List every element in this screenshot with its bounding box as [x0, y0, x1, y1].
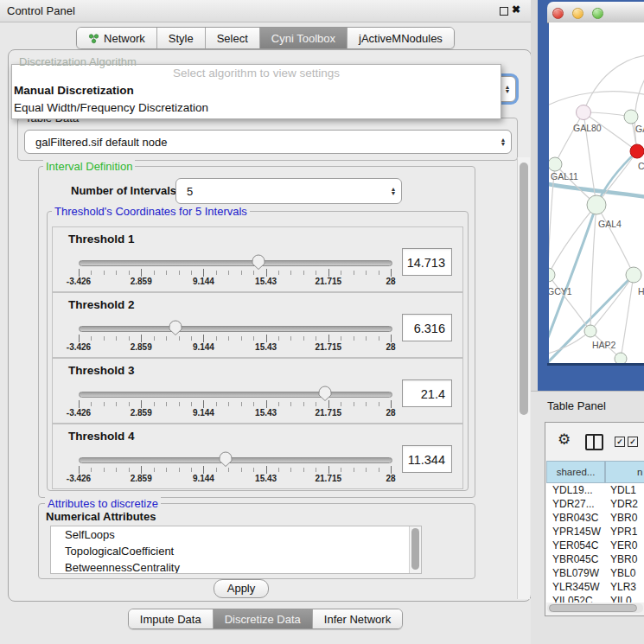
node-label: GAL11: [551, 171, 578, 182]
threshold-value-input[interactable]: 21.4: [402, 379, 452, 407]
column-header-name[interactable]: n: [605, 461, 644, 483]
tab-select[interactable]: Select: [205, 28, 259, 48]
checkbox-icon[interactable]: ✓: [615, 437, 625, 447]
slider-track[interactable]: [79, 326, 392, 332]
table-data-combobox[interactable]: galFiltered.sif default node ▲▼: [24, 130, 512, 154]
top-tab-bar: Network Style Select Cyni Toolbox jActiv…: [0, 27, 531, 49]
table-row[interactable]: YDL19...YDL1: [546, 483, 644, 497]
tick-label: 15.43: [255, 474, 277, 483]
tab-cyni-toolbox[interactable]: Cyni Toolbox: [259, 28, 347, 48]
threshold-label: Threshold 1: [68, 233, 135, 245]
network-graph[interactable]: GAL80GACGAL11GAL4GCY1HHAP2: [549, 22, 644, 363]
slider-track[interactable]: [79, 457, 392, 463]
apply-button[interactable]: Apply: [214, 579, 269, 598]
horizontal-scrollbar-thumb[interactable]: [549, 604, 637, 612]
table-row[interactable]: YER054CYER0: [546, 539, 644, 552]
network-edge[interactable]: [555, 112, 583, 164]
tab-label: Cyni Toolbox: [271, 32, 335, 45]
horizontal-scrollbar[interactable]: [547, 603, 643, 613]
table-row[interactable]: YBL079WYBL0: [546, 566, 644, 580]
threshold-value-input[interactable]: 11.344: [402, 445, 452, 473]
tab-impute-data[interactable]: Impute Data: [129, 609, 213, 628]
combo-arrows-icon[interactable]: ▲▼: [500, 85, 515, 93]
list-scrollbar[interactable]: [409, 526, 421, 573]
list-scrollbar-thumb[interactable]: [411, 528, 419, 570]
checkbox-icon[interactable]: ✓: [628, 437, 638, 447]
tab-discretize-data[interactable]: Discretize Data: [213, 609, 312, 628]
tick-label: 2.859: [131, 408, 152, 418]
split-columns-icon[interactable]: [585, 434, 603, 450]
number-of-intervals-label: Number of Intervals: [71, 184, 176, 197]
dropdown-option-manual[interactable]: Manual Discretization: [12, 82, 501, 99]
network-icon: [88, 33, 99, 44]
network-node[interactable]: [626, 267, 641, 283]
network-node[interactable]: [624, 110, 638, 124]
network-edge[interactable]: [590, 275, 634, 331]
network-node[interactable]: [615, 353, 627, 363]
window-bottom-shadow: [547, 363, 644, 366]
traffic-light-zoom[interactable]: [592, 8, 603, 19]
network-edge[interactable]: [596, 151, 637, 205]
table-row[interactable]: YDR27...YDR2: [546, 497, 644, 511]
tick-label: -3.426: [67, 277, 91, 286]
network-node[interactable]: [549, 157, 562, 171]
network-node[interactable]: [577, 105, 591, 120]
dropdown-option-equal-width[interactable]: Equal Width/Frequency Discretization: [12, 99, 501, 117]
tab-jactivemnodules[interactable]: jActiveMNodules: [347, 28, 454, 48]
traffic-light-minimize[interactable]: [572, 8, 583, 19]
tick-label: 21.715: [316, 474, 342, 483]
tick-label: 21.715: [316, 342, 342, 352]
panel-title: Control Panel: [7, 4, 75, 17]
network-window[interactable]: GAL80GACGAL11GAL4GCY1HHAP2: [538, 0, 644, 391]
tab-label: jActiveMNodules: [359, 32, 443, 45]
attributes-group-title: Attributes to discretize: [45, 497, 161, 510]
attributes-list[interactable]: SelfLoops TopologicalCoefficient Between…: [50, 526, 422, 574]
network-edge[interactable]: [549, 205, 596, 344]
main-scrollbar[interactable]: [517, 157, 530, 599]
table-row[interactable]: YLR345WYLR3: [546, 580, 644, 594]
network-node[interactable]: [584, 325, 596, 337]
thresholds-group-title: Threshold's Coordinates for 5 Intervals: [52, 205, 250, 218]
network-node[interactable]: [630, 144, 644, 158]
main-scrollbar-thumb[interactable]: [520, 163, 528, 415]
table-row[interactable]: YIL052CYIL0: [546, 594, 644, 603]
table-row[interactable]: YBR043CYBR0: [546, 511, 644, 525]
slider-track[interactable]: [79, 392, 392, 398]
float-window-icon[interactable]: [500, 7, 508, 16]
tick-label: 9.144: [193, 277, 214, 286]
network-canvas[interactable]: GAL80GACGAL11GAL4GCY1HHAP2: [549, 22, 644, 363]
tab-label: Network: [104, 32, 145, 45]
close-icon[interactable]: ✖: [512, 3, 520, 16]
number-of-intervals-spinner[interactable]: 5 ▲▼: [175, 178, 402, 204]
attribute-item[interactable]: SelfLoops: [51, 526, 421, 543]
slider-ticks: [79, 335, 392, 342]
spinner-arrows-icon[interactable]: ▲▼: [386, 187, 401, 195]
network-node[interactable]: [587, 195, 606, 214]
column-header-shared[interactable]: shared...: [546, 461, 605, 483]
tab-infer-network[interactable]: Infer Network: [312, 609, 402, 628]
network-edge[interactable]: [549, 331, 590, 354]
tab-style[interactable]: Style: [156, 28, 205, 48]
traffic-light-close[interactable]: [552, 8, 564, 19]
attribute-item[interactable]: BetweennessCentrality: [51, 559, 421, 574]
network-edge[interactable]: [596, 205, 634, 275]
network-window-titlebar[interactable]: [547, 2, 644, 23]
network-edge[interactable]: [549, 92, 644, 107]
combo-arrows-icon[interactable]: ▲▼: [495, 137, 511, 146]
tick-label: -3.426: [67, 342, 91, 352]
table-row[interactable]: YPR145WYPR1: [546, 525, 644, 539]
slider-ticks: [79, 466, 392, 474]
attribute-item[interactable]: TopologicalCoefficient: [51, 543, 421, 559]
settings-gear-icon[interactable]: ⚙: [558, 432, 571, 447]
network-edge[interactable]: [549, 205, 596, 275]
network-node[interactable]: [549, 268, 555, 282]
tick-label: 28: [386, 277, 395, 286]
threshold-value-input[interactable]: 6.316: [402, 314, 452, 341]
tab-label: Select: [217, 32, 248, 45]
table-row[interactable]: YBR045CYBR0: [546, 552, 644, 566]
tab-network[interactable]: Network: [77, 28, 156, 48]
network-edge[interactable]: [583, 55, 644, 112]
threshold-value-input[interactable]: 14.713: [402, 248, 452, 276]
slider-track[interactable]: [79, 260, 392, 266]
tick-label: 15.43: [255, 408, 277, 418]
